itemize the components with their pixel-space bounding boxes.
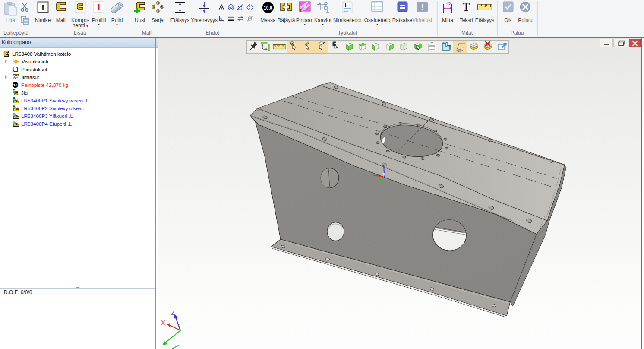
svg-text:I: I xyxy=(97,2,101,12)
svg-text:I: I xyxy=(300,7,302,13)
svg-text:i: i xyxy=(41,3,44,12)
svg-text:10: 10 xyxy=(13,82,18,87)
svg-text:Z: Z xyxy=(171,309,175,316)
svg-text:T: T xyxy=(462,1,470,13)
svg-text:!: ! xyxy=(421,2,424,12)
svg-text:X: X xyxy=(161,319,165,326)
svg-text:i: i xyxy=(345,2,347,8)
svg-text:45: 45 xyxy=(446,1,451,6)
svg-text:10,0: 10,0 xyxy=(264,6,272,10)
